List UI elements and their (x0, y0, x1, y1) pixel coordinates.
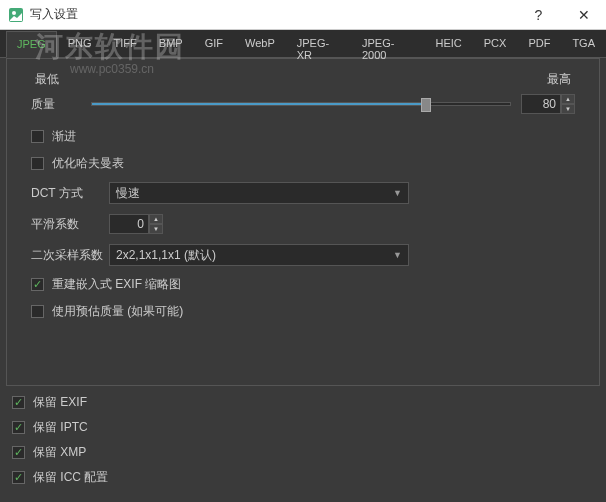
dct-value: 慢速 (116, 185, 140, 202)
help-button[interactable]: ? (516, 0, 561, 29)
keep-iptc-row: 保留 IPTC (12, 419, 594, 436)
rebuild-exif-row: 重建嵌入式 EXIF 缩略图 (31, 276, 575, 293)
tab-jpeg[interactable]: JPEG (6, 31, 57, 58)
keep-exif-row: 保留 EXIF (12, 394, 594, 411)
subsampling-label: 二次采样系数 (31, 247, 109, 264)
tab-png[interactable]: PNG (57, 30, 103, 57)
titlebar: 写入设置 ? ✕ (0, 0, 606, 30)
keep-exif-label: 保留 EXIF (33, 394, 87, 411)
chevron-down-icon: ▼ (393, 250, 402, 260)
keep-xmp-checkbox[interactable] (12, 446, 25, 459)
smoothing-row: 平滑系数 ▲ ▼ (31, 214, 575, 234)
tab-webp[interactable]: WebP (234, 30, 286, 57)
subsampling-dropdown[interactable]: 2x2,1x1,1x1 (默认) ▼ (109, 244, 409, 266)
quality-slider-fill (92, 103, 426, 105)
quality-slider[interactable] (91, 102, 511, 106)
jpeg-panel: 最低 最高 质量 ▲ ▼ 渐进 优化哈夫曼表 (6, 58, 600, 386)
quality-spinbox: ▲ ▼ (521, 94, 575, 114)
use-estimated-row: 使用预估质量 (如果可能) (31, 303, 575, 320)
subsampling-value: 2x2,1x1,1x1 (默认) (116, 247, 216, 264)
content: JPEG PNG TIFF BMP GIF WebP JPEG-XR JPEG-… (0, 30, 606, 502)
app-icon (8, 7, 24, 23)
metadata-checks: 保留 EXIF 保留 IPTC 保留 XMP 保留 ICC 配置 (0, 386, 606, 502)
smoothing-label: 平滑系数 (31, 216, 109, 233)
quality-row: 质量 ▲ ▼ (31, 94, 575, 114)
optimize-huffman-label: 优化哈夫曼表 (52, 155, 124, 172)
quality-spin-down[interactable]: ▼ (561, 104, 575, 114)
subsampling-row: 二次采样系数 2x2,1x1,1x1 (默认) ▼ (31, 244, 575, 266)
chevron-down-icon: ▼ (393, 188, 402, 198)
use-estimated-checkbox[interactable] (31, 305, 44, 318)
tab-jpeg2000[interactable]: JPEG-2000 (351, 30, 425, 57)
optimize-huffman-row: 优化哈夫曼表 (31, 155, 575, 172)
tab-tiff[interactable]: TIFF (103, 30, 148, 57)
optimize-huffman-checkbox[interactable] (31, 157, 44, 170)
close-button[interactable]: ✕ (561, 0, 606, 29)
tab-pdf[interactable]: PDF (517, 30, 561, 57)
keep-icc-checkbox[interactable] (12, 471, 25, 484)
keep-exif-checkbox[interactable] (12, 396, 25, 409)
dct-row: DCT 方式 慢速 ▼ (31, 182, 575, 204)
quality-spin-up[interactable]: ▲ (561, 94, 575, 104)
progressive-row: 渐进 (31, 128, 575, 145)
smoothing-spin-up[interactable]: ▲ (149, 214, 163, 224)
keep-xmp-row: 保留 XMP (12, 444, 594, 461)
keep-icc-row: 保留 ICC 配置 (12, 469, 594, 486)
quality-max-label: 最高 (547, 71, 571, 88)
quality-label: 质量 (31, 96, 81, 113)
quality-input[interactable] (521, 94, 561, 114)
use-estimated-label: 使用预估质量 (如果可能) (52, 303, 183, 320)
svg-point-1 (12, 11, 16, 15)
tab-bmp[interactable]: BMP (148, 30, 194, 57)
progressive-checkbox[interactable] (31, 130, 44, 143)
tab-tga[interactable]: TGA (561, 30, 606, 57)
tab-jpegxr[interactable]: JPEG-XR (286, 30, 351, 57)
rebuild-exif-label: 重建嵌入式 EXIF 缩略图 (52, 276, 181, 293)
smoothing-input[interactable] (109, 214, 149, 234)
quality-slider-thumb[interactable] (421, 98, 431, 112)
rebuild-exif-checkbox[interactable] (31, 278, 44, 291)
keep-iptc-label: 保留 IPTC (33, 419, 88, 436)
dct-label: DCT 方式 (31, 185, 109, 202)
tab-pcx[interactable]: PCX (473, 30, 518, 57)
quality-min-label: 最低 (35, 71, 59, 88)
smoothing-spin-down[interactable]: ▼ (149, 224, 163, 234)
smoothing-spinbox: ▲ ▼ (109, 214, 163, 234)
window-title: 写入设置 (30, 6, 516, 23)
dct-dropdown[interactable]: 慢速 ▼ (109, 182, 409, 204)
keep-iptc-checkbox[interactable] (12, 421, 25, 434)
progressive-label: 渐进 (52, 128, 76, 145)
tab-heic[interactable]: HEIC (424, 30, 472, 57)
keep-icc-label: 保留 ICC 配置 (33, 469, 108, 486)
quality-range-labels: 最低 最高 (31, 71, 575, 88)
keep-xmp-label: 保留 XMP (33, 444, 86, 461)
tabs: JPEG PNG TIFF BMP GIF WebP JPEG-XR JPEG-… (0, 30, 606, 58)
tab-gif[interactable]: GIF (194, 30, 234, 57)
